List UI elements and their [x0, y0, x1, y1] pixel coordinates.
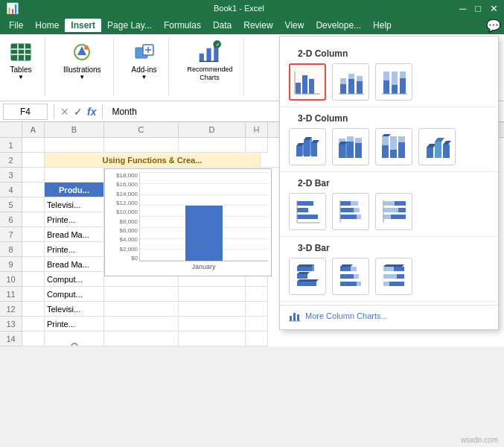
cell-11-a[interactable] — [22, 287, 45, 302]
cell-11-d[interactable] — [179, 287, 246, 302]
stacked-column-option[interactable] — [332, 63, 369, 101]
cell-12-a[interactable] — [22, 302, 45, 317]
menu-help[interactable]: Help — [367, 19, 398, 32]
3d-clustered-bar-option[interactable] — [289, 258, 326, 295]
cell-6-a[interactable] — [22, 212, 45, 227]
row-num-3: 3 — [0, 168, 22, 183]
cell-1-b[interactable] — [45, 138, 104, 153]
menu-formulas[interactable]: Formulas — [158, 19, 207, 32]
cell-10-a[interactable] — [22, 272, 45, 287]
3d-clustered-option[interactable] — [289, 128, 326, 165]
cell-12-h[interactable] — [246, 302, 268, 317]
menu-data[interactable]: Data — [207, 19, 237, 32]
svg-rect-128 — [293, 313, 296, 321]
clustered-bar-option[interactable] — [289, 193, 326, 230]
cell-13-h[interactable] — [246, 317, 268, 332]
svg-marker-86 — [443, 141, 451, 145]
cell-11-c[interactable] — [104, 287, 179, 302]
tables-label: Tables — [10, 66, 32, 74]
menu-developer[interactable]: Develope... — [310, 19, 367, 32]
recommended-charts-button[interactable]: ✓ Recommended Charts — [184, 37, 235, 85]
3d-stacked-option[interactable] — [332, 128, 369, 165]
cell-14-c[interactable] — [104, 332, 179, 346]
cell-4-a[interactable] — [22, 183, 45, 197]
cell-9-a[interactable] — [22, 257, 45, 272]
cell-5-a[interactable] — [22, 197, 45, 212]
cell-2-a[interactable] — [22, 153, 45, 168]
maximize-icon[interactable]: □ — [475, 3, 481, 14]
clustered-column-option[interactable] — [289, 63, 326, 101]
cell-5-b[interactable]: Televisi... — [45, 197, 104, 212]
col-header-a[interactable]: A — [22, 122, 45, 137]
cell-1-d[interactable] — [179, 138, 246, 153]
3d-stacked-bar-option[interactable] — [332, 258, 369, 295]
cell-14-h[interactable] — [246, 332, 268, 346]
confirm-formula-icon[interactable]: ✓ — [74, 106, 83, 118]
menu-page-layout[interactable]: Page Lay... — [101, 19, 158, 32]
100pct-stacked-column-option[interactable] — [375, 63, 412, 101]
cell-12-b[interactable]: Televisi... — [45, 302, 104, 317]
svg-rect-96 — [340, 215, 357, 219]
100pct-stacked-bar-option[interactable] — [375, 193, 412, 230]
formula-divider — [54, 104, 54, 119]
menu-home[interactable]: Home — [29, 19, 65, 32]
3d-100pct-option[interactable] — [375, 128, 412, 165]
svg-rect-81 — [427, 148, 433, 158]
col-header-d[interactable]: D — [179, 122, 246, 137]
minimize-icon[interactable]: ─ — [459, 3, 466, 14]
cell-13-b[interactable]: Printe... — [45, 317, 104, 332]
menu-review[interactable]: Review — [237, 19, 278, 32]
cell-9-b[interactable]: Bread Ma... — [45, 257, 104, 272]
addins-button[interactable]: Add-ins ▼ — [129, 37, 160, 83]
cell-4-product[interactable]: Produ... — [45, 183, 104, 197]
row-num-6: 6 — [0, 212, 22, 227]
col-header-c[interactable]: C — [104, 122, 179, 137]
cell-1-h[interactable] — [246, 138, 268, 153]
col-header-h[interactable]: H — [246, 122, 268, 137]
cell-14-d[interactable] — [179, 332, 246, 346]
stacked-bar-option[interactable] — [332, 193, 369, 230]
chat-icon[interactable]: 💬 — [486, 19, 501, 33]
cell-1-c[interactable] — [104, 138, 179, 153]
cell-11-b[interactable]: Comput... — [45, 287, 104, 302]
cell-7-b[interactable]: Bread Ma... — [45, 227, 104, 242]
svg-rect-129 — [297, 314, 299, 321]
3d-100pct-stacked-bar-option[interactable] — [375, 258, 412, 295]
col-header-b[interactable]: B — [45, 122, 104, 137]
cell-2-title[interactable]: Using Functions & Crea... — [45, 153, 261, 168]
menu-insert[interactable]: Insert — [65, 19, 101, 32]
chart-y-label-5: $10,000 — [108, 209, 138, 215]
cell-7-a[interactable] — [22, 227, 45, 242]
cell-1-a[interactable] — [22, 138, 45, 153]
cell-6-b[interactable]: Printe... — [45, 212, 104, 227]
cell-10-b[interactable]: Comput... — [45, 272, 104, 287]
ribbon-group-recommended-charts: ✓ Recommended Charts — [184, 37, 244, 96]
cell-8-b[interactable]: Printe... — [45, 242, 104, 257]
function-icon[interactable]: fx — [87, 106, 96, 118]
close-icon[interactable]: ✕ — [490, 3, 498, 14]
3d-bar-options — [289, 258, 489, 295]
row-num-5: 5 — [0, 197, 22, 212]
cell-3-b[interactable] — [45, 168, 104, 183]
name-box[interactable] — [3, 104, 48, 120]
cell-12-d[interactable] — [179, 302, 246, 317]
svg-rect-114 — [351, 267, 357, 271]
cell-3-a[interactable] — [22, 168, 45, 183]
more-column-charts-link[interactable]: More Column Charts... — [280, 305, 498, 326]
cell-13-c[interactable] — [104, 317, 179, 332]
cell-8-a[interactable] — [22, 242, 45, 257]
cell-14-a[interactable] — [22, 332, 45, 346]
menu-file[interactable]: File — [3, 19, 29, 32]
cell-13-a[interactable] — [22, 317, 45, 332]
cancel-formula-icon[interactable]: ✕ — [60, 106, 69, 118]
row-num-14: 14 — [0, 332, 22, 346]
illustrations-button[interactable]: Illustrations ▼ — [60, 37, 104, 83]
tables-button[interactable]: Tables ▼ — [6, 37, 36, 83]
chart-y-label-7: $6,000 — [108, 227, 138, 234]
cell-13-d[interactable] — [179, 317, 246, 332]
menu-view[interactable]: View — [279, 19, 310, 32]
cell-12-c[interactable] — [104, 302, 179, 317]
cell-14-b[interactable] — [45, 332, 104, 346]
cell-11-h[interactable] — [246, 287, 268, 302]
3d-col-option[interactable] — [418, 128, 456, 165]
